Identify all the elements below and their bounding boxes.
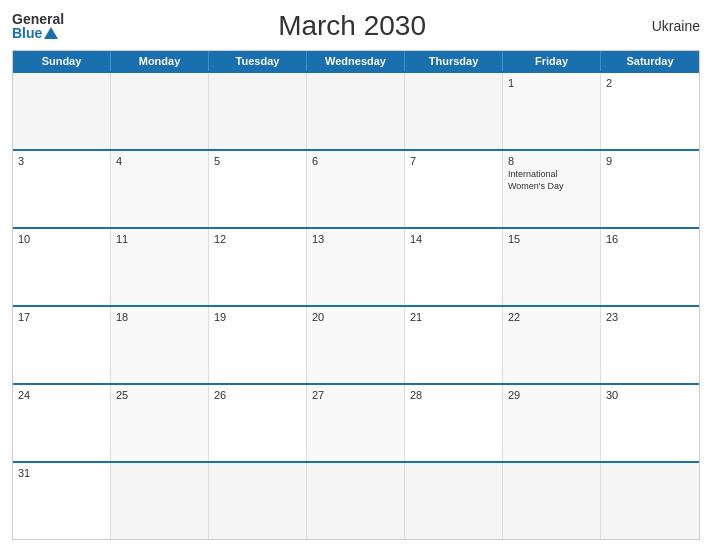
calendar-cell xyxy=(601,463,699,539)
day-number: 15 xyxy=(508,233,595,245)
calendar-cell xyxy=(111,463,209,539)
calendar-cell: 7 xyxy=(405,151,503,227)
header-sunday: Sunday xyxy=(13,51,111,71)
calendar-cell: 24 xyxy=(13,385,111,461)
day-number: 28 xyxy=(410,389,497,401)
calendar-cell: 6 xyxy=(307,151,405,227)
header-tuesday: Tuesday xyxy=(209,51,307,71)
day-number: 12 xyxy=(214,233,301,245)
day-number: 1 xyxy=(508,77,595,89)
calendar-cell: 31 xyxy=(13,463,111,539)
calendar-page: General Blue March 2030 Ukraine Sunday M… xyxy=(0,0,712,550)
calendar-cell: 29 xyxy=(503,385,601,461)
calendar-cell: 14 xyxy=(405,229,503,305)
day-number: 8 xyxy=(508,155,595,167)
header-monday: Monday xyxy=(111,51,209,71)
calendar-cell xyxy=(503,463,601,539)
calendar-header: Sunday Monday Tuesday Wednesday Thursday… xyxy=(13,51,699,71)
event-label: International Women's Day xyxy=(508,169,595,192)
day-number: 25 xyxy=(116,389,203,401)
day-number: 23 xyxy=(606,311,694,323)
calendar-grid: Sunday Monday Tuesday Wednesday Thursday… xyxy=(12,50,700,540)
day-number: 10 xyxy=(18,233,105,245)
day-number: 29 xyxy=(508,389,595,401)
calendar-cell xyxy=(13,73,111,149)
day-number: 9 xyxy=(606,155,694,167)
calendar-cell: 12 xyxy=(209,229,307,305)
day-number: 27 xyxy=(312,389,399,401)
calendar-cell: 5 xyxy=(209,151,307,227)
calendar-cell: 8International Women's Day xyxy=(503,151,601,227)
calendar-cell: 4 xyxy=(111,151,209,227)
day-number: 6 xyxy=(312,155,399,167)
day-number: 16 xyxy=(606,233,694,245)
day-number: 26 xyxy=(214,389,301,401)
logo-general-text: General xyxy=(12,12,64,26)
calendar-cell: 21 xyxy=(405,307,503,383)
calendar-cell xyxy=(209,463,307,539)
calendar-week-0: 12 xyxy=(13,71,699,149)
calendar-week-5: 31 xyxy=(13,461,699,539)
calendar-cell: 27 xyxy=(307,385,405,461)
calendar-cell xyxy=(111,73,209,149)
day-number: 13 xyxy=(312,233,399,245)
day-number: 3 xyxy=(18,155,105,167)
calendar-cell: 9 xyxy=(601,151,699,227)
calendar-cell: 15 xyxy=(503,229,601,305)
calendar-week-1: 345678International Women's Day9 xyxy=(13,149,699,227)
calendar-cell: 22 xyxy=(503,307,601,383)
calendar-cell: 25 xyxy=(111,385,209,461)
logo-triangle-icon xyxy=(44,27,58,39)
calendar-cell: 30 xyxy=(601,385,699,461)
calendar-body: 12345678International Women's Day9101112… xyxy=(13,71,699,539)
day-number: 5 xyxy=(214,155,301,167)
day-number: 17 xyxy=(18,311,105,323)
calendar-cell xyxy=(405,463,503,539)
day-number: 20 xyxy=(312,311,399,323)
page-header: General Blue March 2030 Ukraine xyxy=(12,10,700,42)
logo: General Blue xyxy=(12,12,64,40)
calendar-week-4: 24252627282930 xyxy=(13,383,699,461)
header-saturday: Saturday xyxy=(601,51,699,71)
calendar-cell: 10 xyxy=(13,229,111,305)
calendar-cell: 2 xyxy=(601,73,699,149)
calendar-cell: 16 xyxy=(601,229,699,305)
day-number: 2 xyxy=(606,77,694,89)
day-number: 22 xyxy=(508,311,595,323)
calendar-cell: 23 xyxy=(601,307,699,383)
header-friday: Friday xyxy=(503,51,601,71)
day-number: 30 xyxy=(606,389,694,401)
header-thursday: Thursday xyxy=(405,51,503,71)
country-label: Ukraine xyxy=(640,18,700,34)
day-number: 18 xyxy=(116,311,203,323)
calendar-cell: 3 xyxy=(13,151,111,227)
day-number: 7 xyxy=(410,155,497,167)
day-number: 24 xyxy=(18,389,105,401)
calendar-cell xyxy=(209,73,307,149)
calendar-title: March 2030 xyxy=(64,10,640,42)
calendar-cell: 1 xyxy=(503,73,601,149)
day-number: 19 xyxy=(214,311,301,323)
calendar-cell: 18 xyxy=(111,307,209,383)
day-number: 4 xyxy=(116,155,203,167)
calendar-cell: 11 xyxy=(111,229,209,305)
calendar-cell xyxy=(307,463,405,539)
calendar-cell xyxy=(405,73,503,149)
day-number: 11 xyxy=(116,233,203,245)
day-number: 21 xyxy=(410,311,497,323)
header-wednesday: Wednesday xyxy=(307,51,405,71)
calendar-cell: 26 xyxy=(209,385,307,461)
calendar-cell xyxy=(307,73,405,149)
calendar-cell: 19 xyxy=(209,307,307,383)
day-number: 31 xyxy=(18,467,105,479)
calendar-cell: 17 xyxy=(13,307,111,383)
day-number: 14 xyxy=(410,233,497,245)
calendar-cell: 20 xyxy=(307,307,405,383)
calendar-cell: 28 xyxy=(405,385,503,461)
calendar-week-3: 17181920212223 xyxy=(13,305,699,383)
calendar-week-2: 10111213141516 xyxy=(13,227,699,305)
calendar-cell: 13 xyxy=(307,229,405,305)
logo-blue-text: Blue xyxy=(12,26,42,40)
